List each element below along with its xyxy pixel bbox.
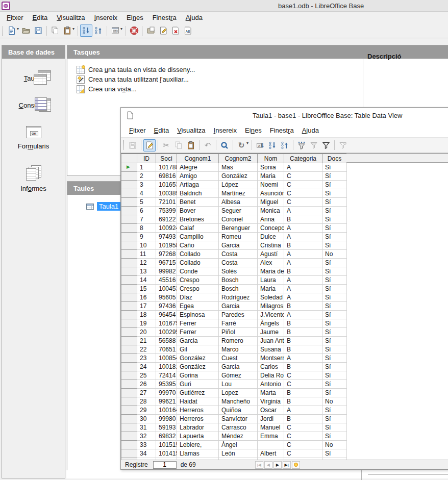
cell-cognom1[interactable]: Crespo	[177, 276, 219, 285]
column-header[interactable]: Docs	[322, 154, 347, 163]
row-selector[interactable]	[121, 267, 137, 276]
table-row[interactable]: 29 100164 Herreros Quiñoa Oscar A Sí	[121, 406, 347, 415]
table-row[interactable]: 6 75399 Bover Seguer Monica A Sí	[121, 207, 347, 215]
new-record-button[interactable]	[292, 461, 300, 469]
row-selector[interactable]	[121, 215, 137, 224]
paste-icon[interactable]	[61, 24, 73, 37]
next-record-button[interactable]: ▶	[273, 461, 282, 469]
cell-cognom1[interactable]: Bretones	[177, 215, 219, 224]
cell-cognom2[interactable]: Paredes	[219, 311, 258, 319]
cell-id[interactable]: 14	[137, 276, 156, 285]
cell-cognom2[interactable]: Garcia	[219, 241, 258, 250]
cell-soci[interactable]: 101958	[156, 241, 177, 250]
cell-soci[interactable]: 75399	[156, 207, 177, 215]
cell-soci[interactable]: 99982	[156, 267, 177, 276]
cell-nom[interactable]: Juan Ant	[258, 337, 284, 345]
save-record-icon[interactable]	[127, 139, 139, 151]
cell-soci[interactable]: 100854	[156, 354, 177, 363]
menu-item[interactable]: Fitxer	[2, 12, 28, 23]
cell-nom[interactable]: Carlos	[258, 363, 284, 371]
table-row[interactable]: 15 100453 Crespo Bosch Maria A Sí	[121, 285, 347, 293]
row-selector[interactable]	[121, 285, 137, 293]
sort-descending-icon[interactable]	[279, 139, 291, 151]
table-row[interactable]: 21 56588 Garcia Romero Juan Ant B Sí	[121, 337, 347, 345]
cell-cognom2[interactable]: Coronel	[219, 215, 258, 224]
cell-nom[interactable]: Manuel	[258, 423, 284, 432]
table-row[interactable]: 19 101675 Ferrer Farré Àngels B Sí	[121, 319, 347, 328]
edit-data-icon[interactable]	[143, 139, 156, 151]
cell-cognom1[interactable]: Ferrer	[177, 328, 219, 337]
cell-soci[interactable]: 56588	[156, 337, 177, 345]
cell-docs[interactable]: Sí	[322, 415, 347, 423]
cell-docs[interactable]: Sí	[322, 233, 347, 241]
cell-categoria[interactable]: A	[284, 276, 322, 285]
column-header[interactable]: Nom	[258, 154, 284, 163]
cell-categoria[interactable]: B	[284, 267, 322, 276]
cell-categoria[interactable]: B	[284, 215, 322, 224]
cell-id[interactable]: 21	[137, 337, 156, 345]
cell-soci[interactable]: 97268	[156, 250, 177, 259]
cell-docs[interactable]: Sí	[322, 189, 347, 198]
cell-cognom2[interactable]: Méndez	[219, 432, 258, 441]
cell-nom[interactable]: Emma	[258, 432, 284, 441]
cell-categoria[interactable]: A	[284, 285, 322, 293]
cell-nom[interactable]: Concepció	[258, 224, 284, 233]
row-selector[interactable]	[121, 207, 137, 215]
cell-nom[interactable]: Marta	[258, 389, 284, 397]
row-selector-header[interactable]	[121, 154, 137, 163]
cell-cognom2[interactable]: Lopez	[219, 389, 258, 397]
cell-nom[interactable]: Jaume	[258, 328, 284, 337]
task-create-table-design[interactable]: Crea una taula en vista de disseny...	[77, 65, 448, 74]
menu-item[interactable]: Fitxer	[125, 125, 150, 136]
cell-soci[interactable]: 69832	[156, 432, 177, 441]
cell-docs[interactable]: Sí	[322, 345, 347, 354]
cell-nom[interactable]: Soledad	[258, 293, 284, 302]
cell-docs[interactable]: Sí	[322, 311, 347, 319]
sidebar-item-consultes[interactable]: Consultes	[9, 93, 58, 113]
find-record-icon[interactable]	[218, 139, 231, 151]
table-row[interactable]: 30 99980 Herreros Sanvíctor Jordi B Sí	[121, 415, 347, 423]
sort-descending-icon[interactable]	[92, 24, 105, 37]
cell-cognom2[interactable]: Bosch	[219, 285, 258, 293]
table-row[interactable]: 32 69832 Lapuerta Méndez Emma C Sí	[121, 432, 347, 441]
cell-nom[interactable]: Anna	[258, 215, 284, 224]
table-row[interactable]: 18 96454 Espinosa Paredes J.Vicente A Sí	[121, 311, 347, 319]
cell-cognom1[interactable]: Labrador	[177, 423, 219, 432]
table-row[interactable]: 4 100389 Baldrich Martínez Asunción C Sí	[121, 189, 347, 198]
cell-id[interactable]: 23	[137, 354, 156, 363]
cell-soci[interactable]: 70651	[156, 345, 177, 354]
cell-nom[interactable]: Maria	[258, 285, 284, 293]
cell-cognom1[interactable]: Gorina	[177, 371, 219, 380]
cell-categoria[interactable]: A	[284, 406, 322, 415]
menu-item[interactable]: Insereix	[210, 125, 241, 136]
cell-cognom2[interactable]: Berenguer	[219, 224, 258, 233]
undo-icon[interactable]: ↶	[202, 139, 214, 151]
row-selector[interactable]	[121, 302, 137, 311]
cell-categoria[interactable]: B	[284, 319, 322, 328]
table-row[interactable]: 25 72414 Gorina Gómez Delia Ros C Sí	[121, 371, 347, 380]
cell-docs[interactable]: Sí	[322, 319, 347, 328]
cell-soci[interactable]: 101675	[156, 319, 177, 328]
cell-id[interactable]: 13	[137, 267, 156, 276]
cell-categoria[interactable]: C	[284, 380, 322, 389]
cell-nom[interactable]: Delia Ros	[258, 371, 284, 380]
menu-item[interactable]: Eines	[241, 125, 266, 136]
menu-item[interactable]: Eines	[122, 12, 148, 23]
open-icon[interactable]	[20, 24, 32, 37]
cell-cognom1[interactable]: Herreros	[177, 415, 219, 423]
table-row[interactable]: 10 101958 Caño Garcia Cristina B Sí	[121, 241, 347, 250]
table-row[interactable]: 27 99970 Gutiérrez Lopez Marta B Sí	[121, 389, 347, 397]
row-selector[interactable]	[121, 181, 137, 189]
edit-object-icon[interactable]	[157, 24, 169, 37]
row-selector[interactable]	[121, 337, 137, 345]
table-row[interactable]: 24 100181 González Garcia Carlos B Sí	[121, 363, 347, 371]
cell-docs[interactable]: No	[322, 250, 347, 259]
row-selector[interactable]	[121, 328, 137, 337]
cell-cognom1[interactable]: Haidat	[177, 397, 219, 406]
cell-soci[interactable]: 95395	[156, 380, 177, 389]
cell-categoria[interactable]: A	[284, 250, 322, 259]
cell-nom[interactable]: Albert	[258, 449, 284, 458]
cell-cognom2[interactable]: Marco	[219, 345, 258, 354]
cell-nom[interactable]: Laura	[258, 276, 284, 285]
task-create-view[interactable]: Crea una vista...	[77, 84, 448, 94]
